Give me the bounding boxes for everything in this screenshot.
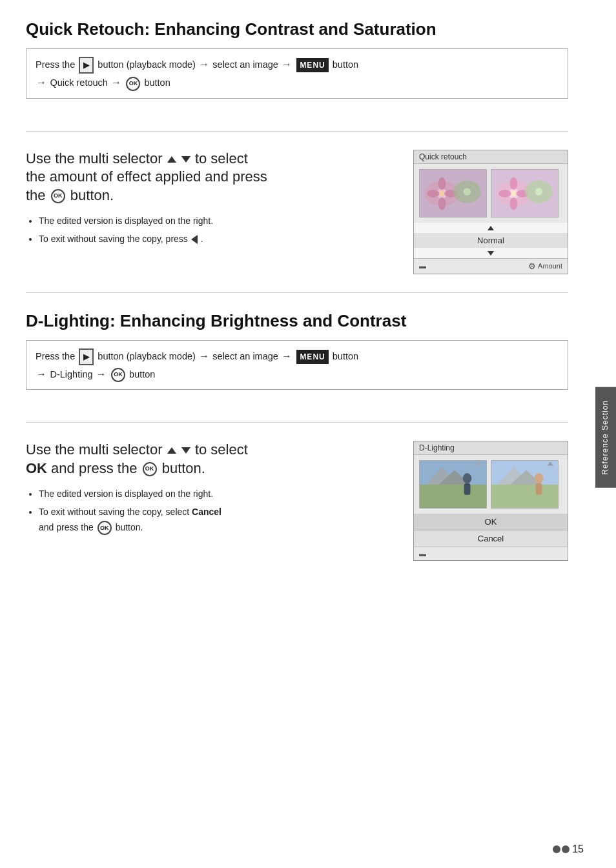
page-number: 15 <box>553 843 584 855</box>
section2-title: D-Lighting: Enhancing Brightness and Con… <box>26 311 568 331</box>
reference-section-tab: Reference Section <box>595 387 616 488</box>
svg-point-25 <box>463 473 472 483</box>
section1-body: Use the multi selector to select the amo… <box>26 150 568 274</box>
svg-point-19 <box>535 188 543 196</box>
section2-instr-playback: button (playback mode) <box>98 351 196 361</box>
panel1-title: Quick retouch <box>414 150 568 164</box>
section1-title: Quick Retouch: Enhancing Contrast and Sa… <box>26 19 568 39</box>
section2-bullets: The edited version is displayed on the r… <box>26 487 394 535</box>
divider1 <box>26 131 568 132</box>
ok-circle-heading-icon: OK <box>51 189 65 203</box>
svg-point-6 <box>427 190 439 197</box>
section2-instr-press: Press the <box>36 351 75 361</box>
section2-heading: Use the multi selector to select OK and … <box>26 441 394 478</box>
section1-camera-panel: Quick retouch <box>413 150 568 274</box>
section2-instr-select: select an image <box>212 351 278 361</box>
section1-heading: Use the multi selector to select the amo… <box>26 150 394 205</box>
panel2-ok-row: OK <box>414 514 568 530</box>
svg-point-9 <box>464 188 471 196</box>
section1-instr-button: button <box>333 59 358 70</box>
panel2-images <box>414 455 568 514</box>
svg-rect-24 <box>420 485 486 508</box>
arrow2-icon: → <box>282 59 294 70</box>
divider2 <box>26 292 568 293</box>
arrow1-icon: → <box>199 59 212 70</box>
section2-playback-icon: ▶ <box>79 348 94 365</box>
section1-bullets: The edited version is displayed on the r… <box>26 214 394 247</box>
section1-instr-playback: button (playback mode) <box>98 59 196 70</box>
panel1-after-image <box>491 169 559 217</box>
section2-camera-panel: D-Lighting <box>413 441 568 561</box>
tri-down-icon <box>181 156 190 163</box>
arrow3-icon: → <box>36 77 49 88</box>
section2-body: Use the multi selector to select OK and … <box>26 441 568 561</box>
section1-instr-button2: button <box>144 77 170 88</box>
section2-text: Use the multi selector to select OK and … <box>26 441 394 538</box>
panel1-before-image <box>419 169 487 217</box>
section2-bullet1: The edited version is displayed on the r… <box>39 487 394 502</box>
tri-up-small-icon <box>488 226 494 230</box>
tri-down-small-icon <box>488 251 494 256</box>
section1-instr-quickretouch: Quick retouch <box>50 77 107 88</box>
section1-bullet1: The edited version is displayed on the r… <box>39 214 394 229</box>
panel1-nav-up <box>414 223 568 233</box>
panel1-bottom: ▬ ⚙ Amount <box>414 258 568 274</box>
svg-rect-32 <box>491 485 558 508</box>
section2-tri-down-icon <box>181 447 190 454</box>
section2-tri-up-icon <box>167 447 176 454</box>
page-dot-icon <box>553 845 570 853</box>
svg-point-33 <box>535 473 544 483</box>
section2-cancel-bold: Cancel <box>192 507 221 517</box>
section1-instruction-box: Press the ▶ button (playback mode) → sel… <box>26 48 568 99</box>
section1-instr-press: Press the <box>36 59 75 70</box>
dot2-icon <box>562 845 570 853</box>
divider3 <box>26 422 568 423</box>
panel1-back-icon: ▬ <box>419 262 426 270</box>
svg-point-3 <box>440 191 445 196</box>
panel1-label: Normal <box>414 233 568 248</box>
panel2-title: D-Lighting <box>414 441 568 455</box>
playback-button-icon: ▶ <box>79 57 94 74</box>
panel1-amount-label: ⚙ Amount <box>528 261 562 271</box>
section2-ok-circle-icon: OK <box>111 368 125 382</box>
section2-bullet2: To exit without saving the copy, select … <box>39 505 394 536</box>
panel2-before-image <box>419 460 487 509</box>
svg-point-4 <box>438 177 446 189</box>
panel1-nav-down <box>414 248 568 258</box>
section2-instr-button: button <box>333 351 358 361</box>
dot1-icon <box>553 845 560 853</box>
panel2-cancel-row: Cancel <box>414 530 568 547</box>
section2-ok-circle-heading: OK <box>143 462 157 476</box>
section2-ok-circle-bullet: OK <box>98 521 112 535</box>
section2-arrow1-icon: → <box>199 350 212 361</box>
section2-ok-bold: OK <box>26 460 47 476</box>
panel2-bottom: ▬ <box>414 547 568 560</box>
section2-instr-button2: button <box>129 369 155 379</box>
section2-menu-icon: MENU <box>296 350 328 364</box>
tri-left-icon <box>191 235 198 244</box>
tri-up-icon <box>167 156 176 163</box>
svg-point-13 <box>511 191 517 196</box>
svg-point-14 <box>510 177 518 189</box>
svg-point-16 <box>498 190 511 197</box>
svg-point-5 <box>438 197 446 209</box>
section2-arrow4-icon: → <box>96 368 109 379</box>
menu-button-icon: MENU <box>296 58 328 72</box>
panel1-images <box>414 164 568 223</box>
svg-rect-26 <box>464 483 471 495</box>
amount-gear-icon: ⚙ <box>528 261 536 271</box>
panel2-back-icon: ▬ <box>419 550 426 558</box>
section2-instr-dlighting: D-Lighting <box>50 369 92 379</box>
page-number-text: 15 <box>572 843 584 855</box>
ok-circle-icon: OK <box>126 77 140 91</box>
panel2-after-image <box>491 460 559 509</box>
section2-instruction-box: Press the ▶ button (playback mode) → sel… <box>26 340 568 390</box>
svg-point-15 <box>510 197 518 209</box>
section1-bullet2: To exit without saving the copy, press . <box>39 232 394 247</box>
svg-rect-34 <box>536 483 542 495</box>
section1-instr-select: select an image <box>212 59 278 70</box>
section2-arrow3-icon: → <box>36 368 49 379</box>
section2-arrow2-icon: → <box>282 350 294 361</box>
arrow4-icon: → <box>111 77 124 88</box>
section1-text: Use the multi selector to select the amo… <box>26 150 394 250</box>
